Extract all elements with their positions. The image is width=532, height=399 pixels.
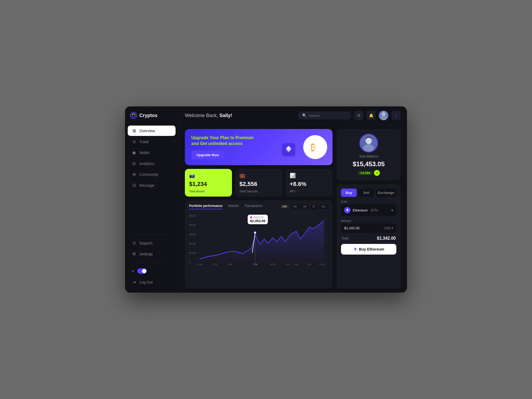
logo-icon bbox=[130, 112, 137, 119]
bell-icon: 🔔 bbox=[369, 113, 373, 118]
tab-transactions[interactable]: Transactions bbox=[244, 204, 262, 209]
avatar-button[interactable] bbox=[379, 111, 388, 120]
sidebar-item-label: Wallet bbox=[139, 151, 149, 155]
time-1m[interactable]: 1M bbox=[301, 204, 309, 209]
sidebar-item-label: Analytics bbox=[139, 161, 154, 166]
header-right: 🔍 ⚙ 🔔 ⋮ bbox=[298, 111, 401, 120]
more-icon: ⋮ bbox=[394, 113, 398, 118]
time-24h[interactable]: 24H bbox=[280, 204, 289, 209]
eth-icon bbox=[344, 207, 351, 213]
sidebar-item-label: Community bbox=[139, 172, 158, 177]
buy-tab[interactable]: Buy bbox=[341, 189, 357, 197]
time-1y[interactable]: 1Y bbox=[310, 204, 318, 209]
sidebar-item-wallet[interactable]: ◉ Wallet bbox=[128, 147, 176, 158]
svg-point-3 bbox=[380, 116, 387, 120]
coin-select[interactable]: Ethereum ETH ▾ bbox=[341, 204, 396, 216]
sidebar-item-analytics[interactable]: ◎ Analytics bbox=[128, 158, 176, 169]
profile-avatar bbox=[359, 134, 378, 152]
balance-change: +12.34% ↗ bbox=[358, 170, 380, 176]
stats-row: 📷 $1,234 Total Assets 💼 $2,556 Total Dep… bbox=[185, 169, 332, 197]
tab-statistic[interactable]: Statistic bbox=[228, 204, 239, 209]
theme-icon: ☀ bbox=[131, 269, 135, 273]
apy-label: APY bbox=[290, 190, 328, 193]
eth-btn-icon bbox=[353, 247, 358, 251]
bitcoin-icon: ₿ bbox=[309, 140, 322, 154]
promo-title: Upgrade Your Plan to Premium and Get unl… bbox=[191, 135, 254, 147]
search-input[interactable] bbox=[309, 114, 347, 118]
coin-section: Coin Ethereum ETH bbox=[341, 200, 396, 216]
coin-option: Ethereum ETH bbox=[344, 207, 378, 213]
amount-value: $1,342.00 bbox=[344, 226, 360, 230]
notification-button[interactable]: 🔔 bbox=[367, 111, 376, 120]
time-all[interactable]: ALL bbox=[319, 204, 328, 209]
user-avatar bbox=[379, 111, 388, 120]
svg-point-2 bbox=[382, 112, 385, 116]
sidebar-item-support[interactable]: ⊙ Support bbox=[128, 238, 176, 248]
change-arrow: ↗ bbox=[374, 170, 380, 176]
svg-text:7 PM: 7 PM bbox=[253, 263, 257, 266]
logo: Cryptos bbox=[125, 112, 178, 126]
svg-text:₿: ₿ bbox=[311, 142, 315, 153]
total-value: $1,342.00 bbox=[377, 236, 396, 241]
sidebar: Cryptos ⊞ Overview ⊙ Trade ◉ Wallet ◎ An… bbox=[125, 106, 178, 293]
svg-text:$40,000: $40,000 bbox=[189, 224, 196, 226]
overview-icon: ⊞ bbox=[131, 128, 137, 133]
promo-text: Upgrade Your Plan to Premium and Get unl… bbox=[191, 135, 254, 159]
sidebar-item-overview[interactable]: ⊞ Overview bbox=[128, 126, 176, 136]
briefcase-icon: 💼 bbox=[239, 173, 278, 178]
change-badge: +12.34% bbox=[358, 171, 372, 175]
profile-card: Total Balance $15,453.05 +12.34% ↗ bbox=[337, 129, 401, 181]
apy-value: +8.6% bbox=[290, 181, 328, 188]
svg-marker-37 bbox=[354, 247, 357, 250]
promo-banner: Upgrade Your Plan to Premium and Get unl… bbox=[185, 129, 332, 165]
svg-text:0: 0 bbox=[189, 261, 190, 264]
sidebar-item-label: Message bbox=[139, 183, 155, 188]
divider bbox=[131, 234, 172, 235]
promo-decoration: ₿ ✦ ✦ bbox=[303, 135, 327, 159]
time-1w[interactable]: 1W bbox=[291, 204, 299, 209]
tab-portfolio[interactable]: Portfolio performance bbox=[189, 204, 222, 209]
svg-text:1 PM: 1 PM bbox=[213, 263, 217, 266]
chart-area: Portfolio performance Statistic Transact… bbox=[185, 200, 332, 288]
amount-section: Amount $1,342.00 USD ▾ bbox=[341, 219, 396, 233]
currency-label: USD bbox=[384, 226, 390, 230]
support-icon: ⊙ bbox=[131, 240, 137, 246]
stat-card-apy: 📊 +8.6% APY bbox=[285, 169, 332, 197]
chart-tabs: Portfolio performance Statistic Transact… bbox=[189, 204, 328, 209]
currency-dropdown-icon: ▾ bbox=[392, 226, 393, 230]
amount-input-row[interactable]: $1,342.00 USD ▾ bbox=[341, 223, 396, 233]
sidebar-item-community[interactable]: ⊗ Community bbox=[128, 169, 176, 180]
theme-toggle-row: ☀ bbox=[128, 266, 176, 276]
wallet-icon: ◉ bbox=[131, 150, 137, 155]
svg-text:4 PM: 4 PM bbox=[227, 263, 232, 266]
community-icon: ⊗ bbox=[131, 172, 137, 177]
total-row: Total: $1,342.00 bbox=[341, 236, 396, 241]
coin-label: Coin bbox=[341, 200, 396, 203]
svg-text:10 PM: 10 PM bbox=[270, 263, 275, 266]
sidebar-item-label: Trade bbox=[139, 140, 149, 144]
coin-dropdown-icon: ▾ bbox=[391, 208, 393, 212]
profile-avatar-image bbox=[360, 134, 377, 152]
analytics-icon: ◎ bbox=[131, 161, 137, 166]
divider2 bbox=[131, 262, 172, 263]
sidebar-item-label: Overview bbox=[139, 129, 155, 133]
chart-container: $50,000 $40,000 $30,000 $20,000 $10,000 … bbox=[189, 213, 328, 267]
search-bar[interactable]: 🔍 bbox=[298, 111, 351, 119]
svg-text:10 AM: 10 AM bbox=[319, 263, 325, 266]
svg-text:10 AM: 10 AM bbox=[197, 263, 203, 266]
filter-button[interactable]: ⚙ bbox=[354, 111, 363, 120]
sidebar-item-logout[interactable]: ⇥ Log Out bbox=[128, 277, 176, 287]
tooltip-value: $2,453.08 bbox=[250, 219, 265, 223]
sidebar-item-message[interactable]: ⊡ Message bbox=[128, 180, 176, 190]
sidebar-item-trade[interactable]: ⊙ Trade bbox=[128, 136, 176, 147]
sell-tab[interactable]: Sell bbox=[358, 189, 374, 197]
buy-button[interactable]: Buy Ethereum bbox=[341, 244, 396, 255]
sidebar-item-settings[interactable]: ⚙ Settings bbox=[128, 249, 176, 259]
exchange-tab[interactable]: Exchange bbox=[376, 189, 396, 197]
total-balance-label: Total Balance bbox=[359, 155, 378, 158]
svg-text:$30,000: $30,000 bbox=[189, 233, 196, 236]
stat-card-deposits: 💼 $2,556 Total Deposits bbox=[235, 169, 282, 197]
theme-toggle[interactable] bbox=[137, 268, 147, 274]
upgrade-button[interactable]: Upgrade Now bbox=[191, 151, 224, 159]
more-button[interactable]: ⋮ bbox=[392, 111, 401, 120]
